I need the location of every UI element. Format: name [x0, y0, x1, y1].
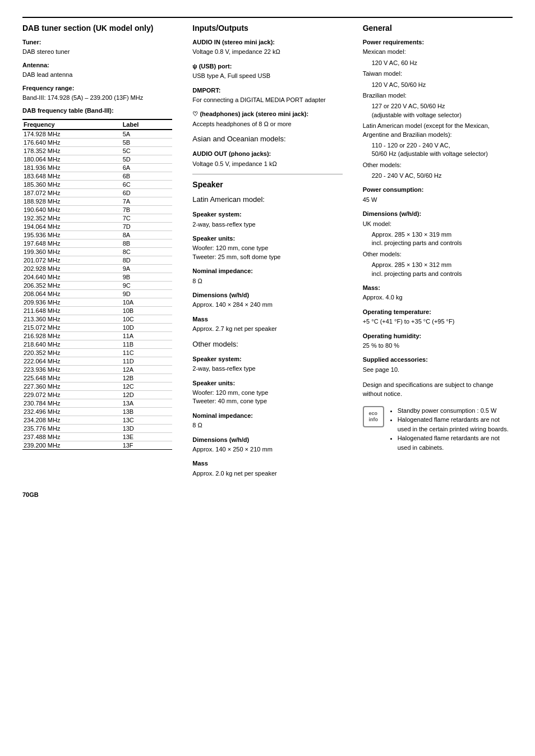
frequency-table: Frequency Label 174.928 MHz5A176.640 MHz…: [22, 119, 172, 450]
label-cell: 13E: [122, 432, 173, 441]
power-req-latin-val: 110 - 120 or 220 - 240 V AC,50/60 Hz (ad…: [363, 141, 513, 159]
freq-cell: 223.936 MHz: [22, 365, 122, 374]
other-header: Other models:: [192, 339, 342, 349]
table-row: 195.936 MHz8A: [22, 231, 172, 239]
freq-cell: 209.936 MHz: [22, 298, 122, 306]
tuner-value: DAB stereo tuner: [22, 48, 172, 56]
table-row: 230.784 MHz13A: [22, 399, 172, 407]
freq-cell: 195.936 MHz: [22, 231, 122, 239]
freq-cell: 202.928 MHz: [22, 264, 122, 273]
freq-cell: 204.640 MHz: [22, 273, 122, 281]
eco-list-item: Standby power consumption : 0.5 W: [398, 406, 513, 416]
freq-range-value: Band-III: 174.928 (5A) – 239.200 (13F) M…: [22, 94, 172, 102]
label-cell: 13C: [122, 416, 173, 424]
power-req-brazil-val: 127 or 220 V AC, 50/60 Hz(adjustable wit…: [363, 102, 513, 119]
power-req-other: Other models:: [363, 161, 513, 169]
label-cell: 7C: [122, 214, 173, 222]
power-req-mexican: Mexican model:: [363, 48, 513, 56]
power-req-other-val: 220 - 240 V AC, 50/60 Hz: [363, 172, 513, 180]
table-row: 174.928 MHz5A: [22, 130, 172, 139]
label-cell: 5C: [122, 146, 173, 155]
freq-cell: 215.072 MHz: [22, 323, 122, 331]
other-dimensions-label: Dimensions (w/h/d): [192, 436, 342, 444]
label-cell: 6D: [122, 188, 173, 197]
label-cell: 13F: [122, 441, 173, 449]
label-cell: 5A: [122, 130, 173, 139]
audio-in-label: AUDIO IN (stereo mini jack):: [192, 38, 342, 47]
table-row: 227.360 MHz12C: [22, 382, 172, 390]
label-cell: 7A: [122, 197, 173, 205]
other-nominal-impedance-value: 8 Ω: [192, 421, 342, 430]
table-row: 222.064 MHz11D: [22, 357, 172, 365]
antenna-label: Antenna:: [22, 61, 172, 70]
freq-cell: 220.352 MHz: [22, 348, 122, 357]
freq-cell: 176.640 MHz: [22, 138, 122, 146]
power-req-taiwan-val: 120 V AC, 50/60 Hz: [363, 81, 513, 89]
freq-cell: 206.352 MHz: [22, 281, 122, 289]
design-note: Design and specifications are subject to…: [363, 381, 513, 398]
label-cell: 10A: [122, 298, 173, 306]
table-row: 216.928 MHz11A: [22, 331, 172, 340]
other-speaker-units-label: Speaker units:: [192, 379, 342, 388]
table-row: 211.648 MHz10B: [22, 306, 172, 315]
power-cons-label: Power consumption:: [363, 186, 513, 194]
other-nominal-impedance-label: Nominal impedance:: [192, 412, 342, 420]
op-hum-value: 25 % to 80 %: [363, 342, 513, 350]
table-row: 235.776 MHz13D: [22, 424, 172, 432]
label-cell: 12D: [122, 390, 173, 399]
dmport-value: For connecting a DIGITAL MEDIA PORT adap…: [192, 96, 342, 104]
label-cell: 11D: [122, 357, 173, 365]
power-req-latin: Latin American model (except for the Mex…: [363, 122, 513, 139]
table-row: 206.352 MHz9C: [22, 281, 172, 289]
freq-cell: 174.928 MHz: [22, 130, 122, 139]
power-req-label: Power requirements:: [363, 38, 513, 47]
freq-cell: 192.352 MHz: [22, 214, 122, 222]
col-left-title: DAB tuner section (UK model only): [22, 24, 172, 33]
mass-label: Mass:: [363, 284, 513, 292]
table-row: 187.072 MHz6D: [22, 188, 172, 197]
dimensions-value: Approx. 140 × 284 × 240 mm: [192, 301, 342, 309]
freq-cell: 222.064 MHz: [22, 357, 122, 365]
freq-cell: 229.072 MHz: [22, 390, 122, 399]
nominal-impedance-value: 8 Ω: [192, 277, 342, 285]
divider-speaker: [192, 174, 342, 174]
op-temp-value: +5 °C (+41 °F) to +35 °C (+95 °F): [363, 317, 513, 326]
freq-cell: 213.360 MHz: [22, 315, 122, 323]
freq-cell: 211.648 MHz: [22, 306, 122, 315]
table-row: 180.064 MHz5D: [22, 155, 172, 163]
table-row: 178.352 MHz5C: [22, 146, 172, 155]
table-row: 199.360 MHz8C: [22, 247, 172, 256]
label-cell: 6C: [122, 180, 173, 188]
freq-cell: 180.064 MHz: [22, 155, 122, 163]
audio-out-value: Voltage 0.5 V, impedance 1 kΩ: [192, 160, 342, 168]
dmport-label: DMPORT:: [192, 86, 342, 95]
table-row: 202.928 MHz9A: [22, 264, 172, 273]
label-cell: 9C: [122, 281, 173, 289]
eco-list: Standby power consumption : 0.5 WHalogen…: [390, 406, 513, 453]
table-row: 176.640 MHz5B: [22, 138, 172, 146]
supplied-acc-value: See page 10.: [363, 366, 513, 374]
mass-value: Approx. 4.0 kg: [363, 293, 513, 302]
table-row: 208.064 MHz9D: [22, 289, 172, 298]
speaker-title: Speaker: [192, 180, 342, 189]
mass-value: Approx. 2.7 kg net per speaker: [192, 325, 342, 333]
label-cell: 8C: [122, 247, 173, 256]
table-row: 194.064 MHz7D: [22, 222, 172, 231]
op-temp-label: Operating temperature:: [363, 308, 513, 316]
label-cell: 12A: [122, 365, 173, 374]
page-layout: DAB tuner section (UK model only) Tuner:…: [22, 17, 513, 498]
table-row: 239.200 MHz13F: [22, 441, 172, 449]
dimensions-label: Dimensions (w/h/d): [192, 291, 342, 299]
table-row: 213.360 MHz10C: [22, 315, 172, 323]
table-row: 215.072 MHz10D: [22, 323, 172, 331]
freq-cell: 208.064 MHz: [22, 289, 122, 298]
power-req-taiwan: Taiwan model:: [363, 70, 513, 78]
other-mass-label: Mass: [192, 459, 342, 468]
table-row: 234.208 MHz13C: [22, 416, 172, 424]
dimensions-label: Dimensions (w/h/d):: [363, 210, 513, 218]
power-req-mexican-val: 120 V AC, 60 Hz: [363, 59, 513, 67]
freq-cell: 178.352 MHz: [22, 146, 122, 155]
nominal-impedance-label: Nominal impedance:: [192, 267, 342, 275]
col-middle-title: Inputs/Outputs: [192, 24, 342, 33]
speaker-units-label: Speaker units:: [192, 234, 342, 243]
